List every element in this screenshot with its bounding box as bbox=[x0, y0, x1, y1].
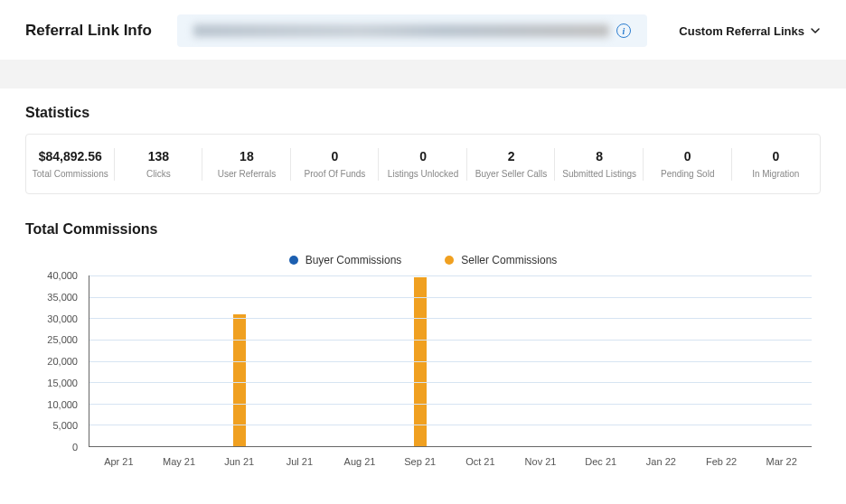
x-tick-label: Oct 21 bbox=[450, 447, 511, 474]
statistics-title: Statistics bbox=[25, 105, 821, 121]
grid-line bbox=[89, 297, 812, 298]
statistics-box: $84,892.56Total Commissions138Clicks18Us… bbox=[25, 134, 821, 194]
legend-buyer[interactable]: Buyer Commissions bbox=[289, 254, 402, 266]
x-tick-label: Aug 21 bbox=[330, 447, 390, 474]
grid-line bbox=[89, 275, 812, 276]
y-tick-label: 25,000 bbox=[25, 334, 78, 345]
stat-value: 0 bbox=[332, 149, 339, 163]
chart-legend: Buyer Commissions Seller Commissions bbox=[25, 254, 821, 266]
chart-wrap: 05,00010,00015,00020,00025,00030,00035,0… bbox=[25, 275, 821, 474]
y-axis: 05,00010,00015,00020,00025,00030,00035,0… bbox=[25, 275, 83, 447]
x-axis: Apr 21May 21Jun 21Jul 21Aug 21Sep 21Oct … bbox=[89, 447, 812, 474]
stat-value: 2 bbox=[508, 149, 515, 163]
header: Referral Link Info i Custom Referral Lin… bbox=[0, 0, 846, 60]
stat-item: 0Listings Unlocked bbox=[379, 144, 467, 184]
stat-value: 0 bbox=[772, 149, 779, 163]
legend-seller-label: Seller Commissions bbox=[461, 254, 557, 266]
content: Statistics $84,892.56Total Commissions13… bbox=[0, 89, 846, 474]
stat-value: 0 bbox=[419, 149, 427, 163]
stat-value: 8 bbox=[596, 149, 603, 163]
stat-item: $84,892.56Total Commissions bbox=[26, 144, 115, 184]
stat-label: Submitted Listings bbox=[562, 169, 636, 179]
referral-link-box[interactable]: i bbox=[177, 14, 647, 47]
x-tick-label: Jun 21 bbox=[209, 447, 269, 474]
x-tick-label: Mar 22 bbox=[751, 447, 812, 474]
stat-label: Clicks bbox=[146, 169, 171, 179]
stat-value: $84,892.56 bbox=[39, 149, 102, 163]
stat-label: Total Commissions bbox=[33, 169, 108, 179]
y-tick-label: 0 bbox=[25, 442, 78, 453]
bar-seller[interactable] bbox=[414, 277, 427, 446]
referral-link-blurred bbox=[193, 24, 609, 37]
x-tick-label: Dec 21 bbox=[570, 447, 631, 474]
stat-value: 18 bbox=[240, 149, 254, 163]
x-tick-label: Jul 21 bbox=[269, 447, 330, 474]
legend-buyer-label: Buyer Commissions bbox=[306, 254, 402, 266]
stat-item: 2Buyer Seller Calls bbox=[467, 144, 556, 184]
grid-line bbox=[89, 425, 812, 425]
y-tick-label: 35,000 bbox=[25, 292, 78, 303]
grid-line bbox=[89, 340, 812, 341]
chart-plot bbox=[89, 275, 812, 447]
grid-line bbox=[89, 382, 812, 383]
stat-label: Pending Sold bbox=[661, 169, 715, 179]
x-tick-label: Jan 22 bbox=[631, 447, 691, 474]
chart-title: Total Commissions bbox=[25, 221, 821, 238]
stat-label: Proof Of Funds bbox=[305, 169, 366, 179]
y-tick-label: 10,000 bbox=[25, 399, 78, 410]
x-tick-label: May 21 bbox=[149, 447, 210, 474]
stat-item: 18User Referrals bbox=[202, 144, 291, 184]
grid-line bbox=[89, 318, 812, 319]
chart-section: Total Commissions Buyer Commissions Sell… bbox=[25, 221, 821, 474]
page-title: Referral Link Info bbox=[25, 22, 152, 40]
stat-item: 0In Migration bbox=[732, 144, 821, 184]
x-tick-label: Sep 21 bbox=[390, 447, 450, 474]
stat-label: Buyer Seller Calls bbox=[475, 169, 547, 179]
stat-item: 138Clicks bbox=[115, 144, 203, 184]
stat-item: 0Pending Sold bbox=[644, 144, 732, 184]
grid-line bbox=[89, 404, 812, 405]
stat-label: Listings Unlocked bbox=[388, 169, 458, 179]
x-tick-label: Nov 21 bbox=[511, 447, 571, 474]
chevron-down-icon bbox=[810, 25, 821, 36]
stat-label: User Referrals bbox=[218, 169, 276, 179]
y-tick-label: 20,000 bbox=[25, 356, 78, 367]
spacer-bar bbox=[0, 60, 846, 89]
custom-referral-links-toggle[interactable]: Custom Referral Links bbox=[679, 24, 821, 38]
y-tick-label: 15,000 bbox=[25, 378, 78, 388]
header-left: Referral Link Info i bbox=[25, 14, 647, 47]
stat-value: 138 bbox=[148, 149, 169, 163]
y-tick-label: 40,000 bbox=[25, 270, 78, 281]
stat-item: 8Submitted Listings bbox=[555, 144, 644, 184]
legend-dot-buyer bbox=[289, 256, 298, 265]
stat-value: 0 bbox=[684, 149, 691, 163]
x-tick-label: Apr 21 bbox=[89, 447, 149, 474]
x-tick-label: Feb 22 bbox=[691, 447, 752, 474]
bar-seller[interactable] bbox=[233, 314, 246, 446]
y-tick-label: 5,000 bbox=[25, 420, 78, 431]
legend-dot-seller bbox=[445, 256, 454, 265]
stat-label: In Migration bbox=[752, 169, 799, 179]
legend-seller[interactable]: Seller Commissions bbox=[445, 254, 557, 266]
y-tick-label: 30,000 bbox=[25, 313, 78, 324]
custom-link-label: Custom Referral Links bbox=[679, 24, 804, 38]
stat-item: 0Proof Of Funds bbox=[291, 144, 380, 184]
grid-line bbox=[89, 361, 812, 362]
info-icon[interactable]: i bbox=[616, 23, 631, 38]
